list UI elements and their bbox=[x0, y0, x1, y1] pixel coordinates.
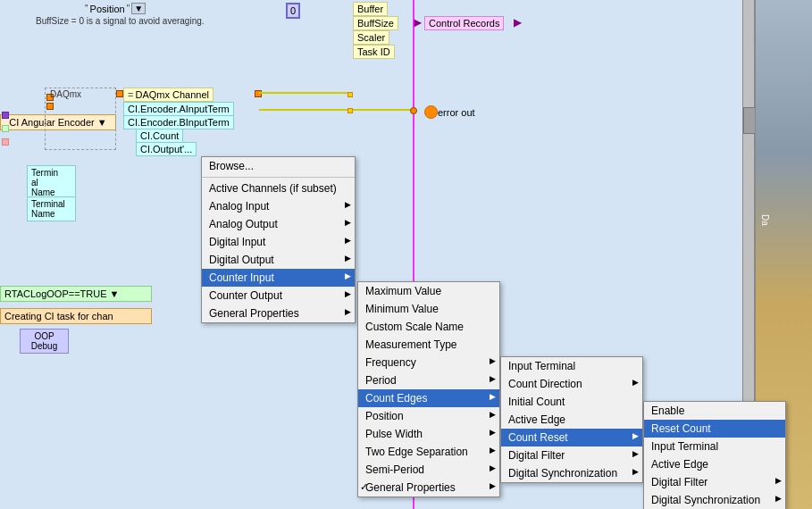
menu-pulse-width[interactable]: Pulse Width bbox=[358, 425, 499, 443]
taskid-node: Task ID bbox=[353, 45, 395, 59]
menu-digital-filter2[interactable]: Digital Filter bbox=[644, 473, 785, 491]
scaler-node: Scaler bbox=[353, 30, 389, 45]
context-menu-level3: Input Terminal Count Direction Initial C… bbox=[500, 356, 643, 483]
context-menu-level2: Maximum Value Minimum Value Custom Scale… bbox=[357, 281, 500, 497]
angular-left-connector3 bbox=[2, 138, 9, 146]
menu-reset-count[interactable]: Reset Count bbox=[644, 420, 785, 438]
menu-counter-output[interactable]: Counter Output bbox=[202, 287, 355, 305]
buffsize-info-text: BuffSize = 0 is a signal to avoid averag… bbox=[36, 16, 205, 26]
menu-count-edges[interactable]: Count Edges bbox=[358, 389, 499, 407]
error-out-indicator bbox=[424, 105, 438, 119]
conn-box2 bbox=[46, 103, 54, 110]
daqmx-channel-node: = DAQmx Channel bbox=[123, 88, 213, 102]
menu-min-value[interactable]: Minimum Value bbox=[358, 300, 499, 318]
menu-custom-scale[interactable]: Custom Scale Name bbox=[358, 318, 499, 336]
num-node-top: 0 bbox=[286, 3, 300, 19]
wire-dot2 bbox=[347, 92, 353, 97]
buffer-node: Buffer bbox=[353, 2, 388, 16]
right-panel-text: Da bbox=[760, 214, 770, 226]
menu-digital-input[interactable]: Digital Input bbox=[202, 233, 355, 251]
ci-output-node: CI.Output'... bbox=[136, 142, 197, 156]
menu-period[interactable]: Period bbox=[358, 371, 499, 389]
menu-general-properties[interactable]: General Properties bbox=[202, 305, 355, 322]
control-records-arrow: ▶ bbox=[414, 16, 422, 29]
yellow-wire1 bbox=[259, 92, 353, 94]
menu-active-edge2[interactable]: Active Edge bbox=[644, 455, 785, 473]
daqmx-inner-label: DAQmx bbox=[50, 89, 81, 99]
ci-encoder-a-node: CI.Encoder.AInputTerm bbox=[123, 102, 234, 116]
menu-active-channels[interactable]: Active Channels (if subset) bbox=[202, 179, 355, 197]
menu-count-reset[interactable]: Count Reset bbox=[501, 429, 642, 446]
menu-digital-sync[interactable]: Digital Synchronization bbox=[501, 464, 642, 482]
creating-ci-node: Creating CI task for chan bbox=[0, 308, 152, 324]
control-records-arrow2: ▶ bbox=[514, 16, 522, 29]
menu-input-terminal[interactable]: Input Terminal bbox=[501, 357, 642, 375]
control-records-node: Control Records bbox=[424, 16, 504, 30]
context-menu-level1: Browse... Active Channels (if subset) An… bbox=[201, 156, 356, 323]
position-label: " Buffer Position " ▼ bbox=[85, 3, 146, 14]
oop-debug-node: OOPDebug bbox=[20, 329, 69, 354]
terminal-block2: TerminalName bbox=[27, 196, 76, 221]
menu-position[interactable]: Position bbox=[358, 407, 499, 425]
daqmx-orange-box bbox=[116, 90, 123, 97]
menu-analog-output[interactable]: Analog Output bbox=[202, 215, 355, 233]
rtac-log-node: RTACLogOOP==TRUE ▼ bbox=[0, 286, 152, 302]
menu-initial-count[interactable]: Initial Count bbox=[501, 393, 642, 411]
menu-digital-sync2[interactable]: Digital Synchronization bbox=[644, 491, 785, 509]
menu-enable[interactable]: Enable bbox=[644, 402, 785, 420]
scrollbar-thumb[interactable] bbox=[743, 107, 756, 134]
menu-general-props2[interactable]: General Properties bbox=[358, 479, 499, 496]
error-out-label: error out bbox=[438, 107, 475, 118]
menu-semi-period[interactable]: Semi-Period bbox=[358, 461, 499, 479]
menu-active-edge[interactable]: Active Edge bbox=[501, 411, 642, 429]
position-dropdown[interactable]: ▼ bbox=[131, 3, 146, 14]
menu-sep1 bbox=[202, 177, 355, 178]
ci-count-node: CI.Count bbox=[136, 129, 183, 143]
menu-digital-output[interactable]: Digital Output bbox=[202, 251, 355, 269]
context-menu-level4: Enable Reset Count Input Terminal Active… bbox=[643, 401, 786, 509]
menu-frequency[interactable]: Frequency bbox=[358, 354, 499, 371]
menu-measurement-type[interactable]: Measurement Type bbox=[358, 336, 499, 354]
menu-two-edge-sep[interactable]: Two Edge Separation bbox=[358, 443, 499, 461]
wire-dot3 bbox=[347, 108, 353, 113]
ci-encoder-b-node: CI.Encoder.BInputTerm bbox=[123, 115, 234, 129]
angular-left-connector bbox=[2, 112, 9, 119]
menu-browse[interactable]: Browse... bbox=[202, 157, 355, 175]
yellow-wire2 bbox=[259, 109, 415, 111]
buffsize-node: BuffSize bbox=[353, 16, 398, 30]
angular-left-connector2 bbox=[2, 125, 9, 132]
menu-max-value[interactable]: Maximum Value bbox=[358, 282, 499, 300]
terminal-block1: TerminalName bbox=[27, 165, 76, 200]
menu-digital-filter[interactable]: Digital Filter bbox=[501, 446, 642, 464]
wire-dot1 bbox=[410, 107, 417, 114]
menu-input-terminal2[interactable]: Input Terminal bbox=[644, 438, 785, 455]
menu-count-direction[interactable]: Count Direction bbox=[501, 375, 642, 393]
menu-analog-input[interactable]: Analog Input bbox=[202, 197, 355, 215]
menu-counter-input[interactable]: Counter Input bbox=[202, 269, 355, 287]
